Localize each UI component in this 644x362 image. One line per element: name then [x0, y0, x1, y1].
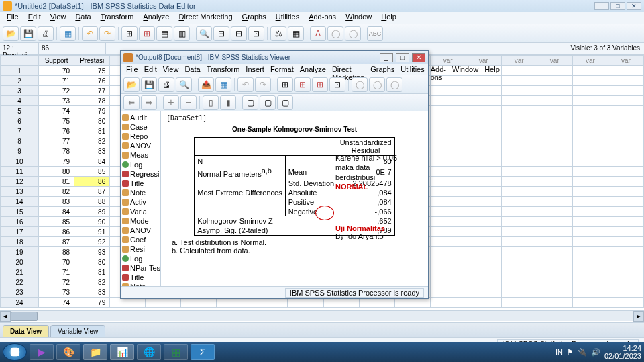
viewer-menu-direct-marketing[interactable]: Direct Marketing — [329, 64, 367, 75]
viewer-vars-icon[interactable]: ⊞ — [312, 77, 328, 92]
viewer-menu-utilities[interactable]: Utilities — [398, 64, 427, 75]
menu-data[interactable]: Data — [71, 12, 95, 24]
clock-date[interactable]: 02/01/2023 — [604, 352, 641, 360]
insert-heading-icon[interactable]: ▢ — [242, 95, 258, 110]
tree-node[interactable]: Repo — [122, 132, 159, 141]
viewer-redo-icon[interactable]: ↷ — [255, 77, 271, 92]
cell-ref-value[interactable]: 86 — [39, 43, 106, 54]
taskbar-paint[interactable]: 🎨 — [56, 344, 80, 360]
viewer-menu-file[interactable]: File — [123, 64, 141, 75]
insert-case-icon[interactable]: ⊟ — [213, 26, 229, 41]
taskbar-excel[interactable]: ▦ — [164, 344, 188, 360]
scroll-thumb[interactable] — [11, 312, 38, 321]
action-center-icon[interactable]: ⚑ — [567, 348, 574, 357]
spellcheck-icon[interactable]: ABC — [367, 26, 383, 41]
show-icon[interactable]: ▯ — [203, 95, 219, 110]
tree-node[interactable]: Log — [122, 254, 159, 263]
outline-tree[interactable]: AuditCaseRepoANOVMeasLogRegressiTitleNot… — [121, 111, 161, 286]
viewer-menu-insert[interactable]: Insert — [243, 64, 267, 75]
select-cases-icon[interactable]: ▦ — [288, 26, 304, 41]
use-sets-icon[interactable]: ◯ — [327, 26, 343, 41]
menu-edit[interactable]: Edit — [24, 12, 45, 24]
viewer-menu-edit[interactable]: Edit — [142, 64, 160, 75]
viewer-export-icon[interactable]: 📤 — [198, 77, 214, 92]
save-icon[interactable]: 💾 — [20, 26, 36, 41]
menu-analyze[interactable]: Analyze — [139, 12, 173, 24]
power-icon[interactable]: 🔌 — [578, 348, 587, 357]
tree-node[interactable]: Case — [122, 122, 159, 132]
output-content[interactable]: [DataSet1] One-Sample Kolmogorov-Smirnov… — [161, 111, 428, 286]
viewer-undo-icon[interactable]: ↶ — [237, 77, 254, 92]
menu-view[interactable]: View — [46, 12, 70, 24]
start-button[interactable] — [3, 343, 27, 361]
taskbar-media-player[interactable]: ▶ — [30, 344, 54, 360]
tree-node[interactable]: Regressi — [122, 169, 159, 179]
menu-file[interactable]: File — [3, 12, 23, 24]
viewer-goto-icon[interactable]: ⊞ — [277, 77, 293, 92]
viewer-menu-view[interactable]: View — [160, 64, 182, 75]
volume-icon[interactable]: 🔊 — [591, 348, 600, 357]
system-tray[interactable]: IN ⚑ 🔌 🔊 14:24 02/01/2023 — [555, 344, 641, 360]
recall-dialog-icon[interactable]: ▦ — [60, 26, 76, 41]
viewer-preview-icon[interactable]: 🔍 — [176, 77, 192, 92]
tree-node[interactable]: Note — [122, 188, 159, 197]
hide-icon[interactable]: ▮ — [220, 95, 236, 110]
language-indicator[interactable]: IN — [555, 348, 563, 356]
forward-icon[interactable]: ➡ — [141, 95, 157, 110]
viewer-maximize-button[interactable]: □ — [396, 53, 409, 62]
viewer-sel1-icon[interactable]: ◯ — [352, 77, 368, 92]
viewer-menu-data[interactable]: Data — [182, 64, 203, 75]
viewer-menu-graphs[interactable]: Graphs — [368, 64, 397, 75]
tree-node[interactable]: Title — [122, 179, 159, 188]
tree-node[interactable]: Mode — [122, 216, 159, 226]
tree-node[interactable]: Meas — [122, 150, 159, 160]
tab-variable-view[interactable]: Variable View — [50, 325, 105, 337]
insert-title-icon[interactable]: ▢ — [260, 95, 276, 110]
viewer-menu-add-ons[interactable]: Add-ons — [428, 64, 449, 75]
close-button[interactable]: ✕ — [627, 2, 641, 10]
promote-icon[interactable]: + — [163, 95, 179, 110]
menu-utilities[interactable]: Utilities — [272, 12, 303, 24]
scroll-left-button[interactable]: ◂ — [0, 311, 11, 322]
taskbar-spss[interactable]: Σ — [191, 344, 215, 360]
clock-time[interactable]: 14:24 — [604, 344, 641, 352]
goto-var-icon[interactable]: ⊞ — [139, 26, 155, 41]
tree-node[interactable]: Log — [122, 160, 159, 169]
demote-icon[interactable]: − — [180, 95, 197, 110]
maximize-button[interactable]: □ — [610, 2, 625, 10]
viewer-sel3-icon[interactable]: ◯ — [386, 77, 402, 92]
weight-cases-icon[interactable]: ⚖ — [270, 26, 286, 41]
tree-node[interactable]: NPar Tes — [122, 263, 159, 273]
menu-direct-marketing[interactable]: Direct Marketing — [174, 12, 236, 24]
tree-node[interactable]: Activ — [122, 197, 159, 207]
viewer-menu-analyze[interactable]: Analyze — [297, 64, 329, 75]
tree-node[interactable]: Coef — [122, 235, 159, 244]
variables-icon[interactable]: ▤ — [156, 26, 172, 41]
tree-node[interactable]: Audit — [122, 113, 159, 122]
viewer-sel2-icon[interactable]: ◯ — [369, 77, 385, 92]
viewer-recall-icon[interactable]: ▦ — [215, 77, 231, 92]
horizontal-scrollbar[interactable]: ◂ ▸ — [0, 310, 644, 321]
find-icon[interactable]: 🔍 — [196, 26, 212, 41]
menu-graphs[interactable]: Graphs — [238, 12, 270, 24]
viewer-run-icon[interactable]: ⊡ — [329, 77, 345, 92]
insert-var-icon[interactable]: ⊟ — [231, 26, 247, 41]
tab-data-view[interactable]: Data View — [3, 325, 49, 337]
viewer-menu-format[interactable]: Format — [268, 64, 297, 75]
viewer-menu-transform[interactable]: Transform — [204, 64, 243, 75]
print-icon[interactable]: 🖨 — [38, 26, 54, 41]
insert-text-icon[interactable]: ▢ — [277, 95, 293, 110]
minimize-button[interactable]: _ — [594, 2, 609, 10]
viewer-minimize-button[interactable]: _ — [380, 53, 393, 62]
back-icon[interactable]: ⬅ — [123, 95, 140, 110]
run-icon[interactable]: ▥ — [174, 26, 190, 41]
viewer-goto2-icon[interactable]: ⊞ — [294, 77, 311, 92]
viewer-menu-help[interactable]: Help — [482, 64, 502, 75]
menu-transform[interactable]: Transform — [97, 12, 138, 24]
menu-window[interactable]: Window — [341, 12, 376, 24]
tree-node[interactable]: ANOV — [122, 226, 159, 235]
tree-node[interactable]: ANOV — [122, 141, 159, 150]
value-labels-icon[interactable]: A — [310, 26, 326, 41]
tree-node[interactable]: Resi — [122, 244, 159, 254]
scroll-right-button[interactable]: ▸ — [633, 311, 644, 322]
